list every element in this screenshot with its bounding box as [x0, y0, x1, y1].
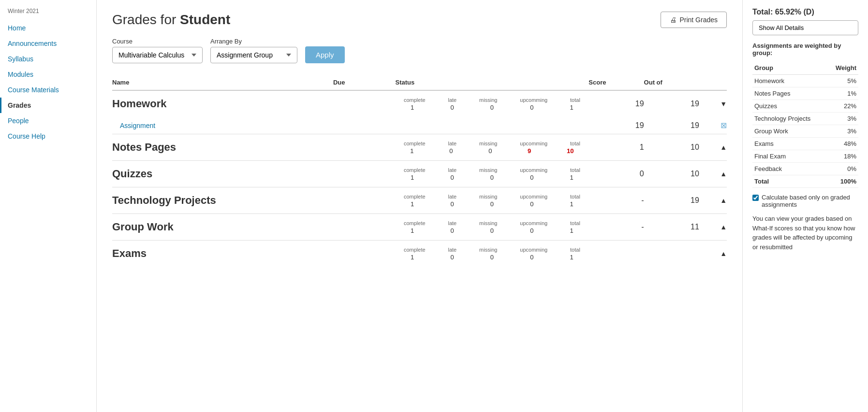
weight-value: 3% [827, 125, 858, 138]
group-toggle-btn-group-work[interactable]: ▲ [720, 223, 727, 231]
col-header-outof: Out of [644, 75, 699, 90]
group-name-quizzes: Quizzes [112, 165, 333, 183]
status-header-row: completelatemissingupcommingtotal [396, 194, 589, 199]
course-select[interactable]: Multivariable Calculus [112, 47, 203, 63]
group-toggle-btn-exams[interactable]: ▲ [720, 250, 727, 257]
group-outof-cell: 19 [644, 90, 699, 117]
group-score-cell: 1 [588, 134, 644, 161]
table-header: Name Due Status Score Out of [112, 75, 727, 90]
sidebar-item-course-materials[interactable]: Course Materials [0, 82, 96, 98]
weight-value: 48% [827, 138, 858, 150]
group-toggle-cell: ▲ [699, 134, 727, 161]
sidebar-item-people[interactable]: People [0, 113, 96, 128]
weight-col-weight: Weight [827, 61, 858, 75]
page-title-prefix: Grades for [112, 12, 180, 27]
group-toggle-cell: ▲ [699, 161, 727, 187]
main-content: Grades for Student 🖨 Print Grades Course… [97, 0, 742, 412]
weight-row: Notes Pages 1% [752, 87, 858, 100]
sidebar-item-grades[interactable]: Grades [0, 98, 96, 113]
weight-group-label: Exams [752, 138, 827, 150]
weight-row: Quizzes 22% [752, 100, 858, 113]
weight-row: Group Work 3% [752, 125, 858, 138]
group-name-cell: Homework [112, 90, 333, 117]
grades-table: Name Due Status Score Out of Homework co… [112, 75, 727, 267]
apply-button[interactable]: Apply [305, 46, 345, 63]
table-row: Assignment 19 19 ⊠ [112, 117, 727, 134]
sidebar: Winter 2021 HomeAnnouncementsSyllabusMod… [0, 0, 97, 412]
weight-tbody: Homework 5% Notes Pages 1% Quizzes 22% T… [752, 75, 858, 188]
page-title-bold: Student [180, 12, 230, 27]
group-name-cell: Technology Projects [112, 187, 333, 214]
weight-value: 1% [827, 87, 858, 100]
group-row-group-work: Group Work completelatemissingupcommingt… [112, 214, 727, 241]
group-score-cell: - [588, 214, 644, 241]
group-outof-cell: 11 [644, 214, 699, 241]
sidebar-item-modules[interactable]: Modules [0, 67, 96, 82]
sidebar-nav: HomeAnnouncementsSyllabusModulesCourse M… [0, 20, 96, 144]
weight-row: Final Exam 18% [752, 150, 858, 163]
arrange-filter-label: Arrange By [210, 38, 297, 45]
status-header-row: completelatemissingupcommingtotal [396, 97, 589, 103]
what-if-text: You can view your grades based on What-I… [752, 214, 858, 252]
group-due-cell [333, 241, 396, 267]
weighted-note: Assignments are weighted by group: [752, 42, 858, 57]
group-status-cell: completelatemissingupcommingtotal 10001 [396, 214, 589, 241]
group-toggle-btn-technology-projects[interactable]: ▲ [720, 197, 727, 204]
status-header-row: completelatemissingupcommingtotal [396, 167, 589, 173]
group-outof-cell: 10 [644, 134, 699, 161]
weight-value: 100% [827, 175, 858, 188]
weight-row: Technology Projects 3% [752, 113, 858, 125]
group-toggle-btn-quizzes[interactable]: ▲ [720, 170, 727, 178]
checkbox-row: Calculate based only on graded assignmen… [752, 194, 858, 208]
status-value-row: 10001 [396, 200, 589, 208]
weight-group-label: Total [752, 175, 827, 188]
sidebar-item-home[interactable]: Home [0, 20, 96, 36]
col-header-name: Name [112, 75, 333, 90]
group-score-cell: 0 [588, 161, 644, 187]
status-header-row: completelatemissingupcommingtotal [396, 247, 589, 253]
weight-group-label: Group Work [752, 125, 827, 138]
weight-table: Group Weight Homework 5% Notes Pages 1% … [752, 61, 858, 188]
col-header-score: Score [588, 75, 644, 90]
group-name-technology-projects: Technology Projects [112, 191, 333, 210]
sidebar-item-announcements[interactable]: Announcements [0, 36, 96, 51]
group-due-cell [333, 161, 396, 187]
group-name-exams: Exams [112, 244, 333, 263]
group-toggle-btn-homework[interactable]: ▼ [720, 100, 727, 108]
weight-group-label: Notes Pages [752, 87, 827, 100]
page-title: Grades for Student [112, 12, 230, 28]
group-row-notes-pages: Notes Pages completelatemissingupcomming… [112, 134, 727, 161]
group-score-cell: 19 [588, 90, 644, 117]
group-toggle-btn-notes-pages[interactable]: ▲ [720, 143, 727, 151]
group-due-cell [333, 90, 396, 117]
page-header: Grades for Student 🖨 Print Grades [112, 12, 727, 28]
group-name-notes-pages: Notes Pages [112, 138, 333, 156]
group-toggle-cell: ▼ [699, 90, 727, 117]
arrange-select[interactable]: Assignment Group [210, 47, 297, 63]
group-score-cell: - [588, 187, 644, 214]
show-all-details-button[interactable]: Show All Details [752, 20, 858, 35]
status-value-row: 10001 [396, 227, 589, 234]
group-row-exams: Exams completelatemissingupcommingtotal … [112, 241, 727, 267]
print-grades-button[interactable]: 🖨 Print Grades [661, 12, 727, 28]
assignment-link[interactable]: Assignment [112, 122, 155, 129]
weight-row: Exams 48% [752, 138, 858, 150]
grades-tbody: Homework completelatemissingupcommingtot… [112, 90, 727, 267]
sidebar-item-course-help[interactable]: Course Help [0, 128, 96, 144]
group-row-quizzes: Quizzes completelatemissingupcommingtota… [112, 161, 727, 187]
group-row-technology-projects: Technology Projects completelatemissingu… [112, 187, 727, 214]
group-name-cell: Quizzes [112, 161, 333, 187]
sidebar-item-syllabus[interactable]: Syllabus [0, 51, 96, 67]
status-value-row: 10001 [396, 104, 589, 111]
weight-row: Feedback 0% [752, 163, 858, 175]
status-header-row: completelatemissingupcommingtotal [396, 141, 589, 146]
status-value-row: 10001 [396, 174, 589, 181]
group-toggle-cell: ▲ [699, 241, 727, 267]
graded-only-checkbox[interactable] [752, 195, 759, 201]
filters-bar: Course Multivariable Calculus Arrange By… [112, 38, 727, 63]
arrange-filter-group: Arrange By Assignment Group [210, 38, 297, 63]
weight-row: Homework 5% [752, 75, 858, 87]
weight-row: Total 100% [752, 175, 858, 188]
col-header-due: Due [333, 75, 396, 90]
weight-group-label: Final Exam [752, 150, 827, 163]
